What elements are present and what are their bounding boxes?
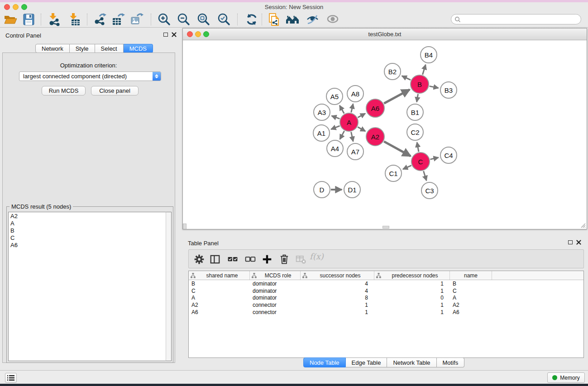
- column-header-shared-name[interactable]: shared name: [189, 271, 250, 280]
- graph-edge-B-B4[interactable]: [422, 65, 425, 75]
- graph-node-A4[interactable]: A4: [326, 140, 344, 157]
- select-all-columns-icon[interactable]: [227, 254, 238, 265]
- graph-node-A[interactable]: A: [339, 113, 359, 132]
- criterion-dropdown[interactable]: largest connected component (directed): [19, 71, 161, 81]
- close-table-panel-icon[interactable]: [576, 240, 581, 245]
- network-close-button[interactable]: [187, 31, 193, 37]
- tab-select[interactable]: Select: [95, 44, 124, 53]
- graph-edge-A2-C[interactable]: [384, 142, 411, 156]
- minimize-window-button[interactable]: [13, 4, 19, 10]
- table-row[interactable]: Cdominator41C: [189, 287, 583, 295]
- graph-edge-A-A4[interactable]: [340, 131, 344, 139]
- graph-edge-A-A6[interactable]: [358, 114, 365, 118]
- network-zoom-button[interactable]: [203, 31, 209, 37]
- unselect-all-columns-icon[interactable]: [245, 254, 256, 265]
- result-scrollbar[interactable]: [166, 212, 172, 361]
- graph-edge-A-A3[interactable]: [332, 116, 340, 119]
- import-network-icon[interactable]: [48, 13, 61, 26]
- show-graphics-icon[interactable]: [326, 13, 339, 26]
- result-item[interactable]: A: [9, 219, 166, 227]
- zoom-window-button[interactable]: [21, 4, 27, 10]
- run-mcds-button[interactable]: Run MCDS: [42, 86, 86, 95]
- network-canvas[interactable]: B4B2BB3B1A5A8A6A3AA1C2A2A4A7C4CC1C3DD1: [183, 40, 587, 229]
- resize-grip-icon[interactable]: [580, 223, 586, 228]
- graph-node-A1[interactable]: A1: [313, 124, 330, 142]
- graph-edge-A-A7[interactable]: [351, 132, 354, 142]
- graph-node-C4[interactable]: C4: [440, 147, 457, 164]
- graph-edge-C-C4[interactable]: [430, 157, 438, 159]
- zoom-selected-icon[interactable]: [217, 13, 230, 26]
- import-table-icon[interactable]: [68, 13, 81, 26]
- save-session-icon[interactable]: [22, 13, 35, 26]
- column-header-predecessor-nodes[interactable]: predecessor nodes: [374, 271, 450, 280]
- tab-style[interactable]: Style: [70, 44, 95, 53]
- zoom-out-icon[interactable]: [177, 13, 190, 26]
- graph-edge-A-A2[interactable]: [358, 127, 365, 131]
- graph-node-A6[interactable]: A6: [366, 99, 385, 118]
- result-item[interactable]: A6: [9, 241, 166, 248]
- graph-node-A8[interactable]: A8: [347, 85, 364, 102]
- graph-node-B[interactable]: B: [410, 75, 429, 94]
- graph-node-B3[interactable]: B3: [440, 81, 457, 99]
- close-window-button[interactable]: [4, 4, 10, 10]
- zoom-in-icon[interactable]: [157, 13, 171, 26]
- graph-node-C[interactable]: C: [411, 152, 430, 171]
- hide-labels-icon[interactable]: [306, 13, 320, 26]
- close-panel-button[interactable]: Close panel: [91, 86, 139, 95]
- zoom-fit-icon[interactable]: [196, 13, 210, 26]
- graph-node-C2[interactable]: C2: [406, 124, 424, 141]
- graph-edge-B-B1[interactable]: [417, 94, 418, 102]
- delete-column-trash-icon[interactable]: [279, 254, 290, 265]
- graph-node-D[interactable]: D: [313, 181, 330, 198]
- graph-edge-B-B3[interactable]: [430, 86, 439, 88]
- tab-edge-table[interactable]: Edge Table: [346, 357, 387, 367]
- home-icon[interactable]: [286, 13, 299, 26]
- tab-motifs[interactable]: Motifs: [437, 357, 465, 367]
- memory-button[interactable]: Memory: [547, 372, 585, 383]
- graph-node-A7[interactable]: A7: [347, 143, 364, 160]
- table-settings-gear-icon[interactable]: [194, 254, 205, 265]
- column-header-successor-nodes[interactable]: successor nodes: [301, 271, 374, 280]
- column-header-name[interactable]: name: [450, 271, 492, 280]
- graph-edge-C-C2[interactable]: [417, 143, 419, 152]
- export-image-icon[interactable]: [130, 13, 143, 26]
- float-panel-icon[interactable]: [163, 33, 168, 37]
- graph-node-B2[interactable]: B2: [384, 63, 401, 80]
- open-session-icon[interactable]: [4, 13, 17, 26]
- result-item[interactable]: A2: [9, 212, 166, 219]
- graph-edge-A-A1[interactable]: [331, 126, 339, 129]
- graph-node-D1[interactable]: D1: [344, 181, 361, 198]
- graph-edge-A6-B[interactable]: [384, 90, 410, 104]
- tab-network[interactable]: Network: [35, 44, 70, 53]
- table-row[interactable]: A2connector11A2: [189, 301, 583, 309]
- close-panel-icon[interactable]: [172, 32, 177, 37]
- graph-edge-B-B2[interactable]: [402, 76, 411, 80]
- table-row[interactable]: Bdominator41B: [189, 280, 583, 287]
- graph-edge-C-C3[interactable]: [424, 171, 427, 181]
- network-minimize-button[interactable]: [195, 31, 201, 37]
- graph-node-C3[interactable]: C3: [421, 182, 438, 199]
- network-vertical-scrollbar[interactable]: [183, 224, 186, 229]
- export-network-icon[interactable]: [93, 13, 107, 26]
- table-row[interactable]: Adominator80A: [189, 295, 583, 302]
- refresh-view-icon[interactable]: [245, 13, 258, 26]
- graph-edge-A-A8[interactable]: [351, 104, 353, 112]
- graph-edge-A-A5[interactable]: [339, 105, 344, 114]
- graph-node-C1[interactable]: C1: [385, 165, 402, 182]
- result-item[interactable]: B: [9, 227, 166, 234]
- table-row[interactable]: A6connector11A6: [189, 309, 583, 316]
- column-header-MCDS-role[interactable]: MCDS role: [250, 271, 301, 280]
- graph-edge-C-C1[interactable]: [403, 166, 411, 169]
- tab-mcds[interactable]: MCDS: [124, 44, 153, 53]
- new-network-from-file-icon[interactable]: [268, 13, 282, 26]
- graph-node-A3[interactable]: A3: [313, 104, 330, 121]
- graph-node-B4[interactable]: B4: [420, 46, 437, 63]
- tab-node-table[interactable]: Node Table: [303, 357, 346, 367]
- task-history-button[interactable]: [5, 373, 17, 383]
- create-column-plus-icon[interactable]: [262, 254, 272, 265]
- graph-node-A2[interactable]: A2: [366, 127, 385, 146]
- show-column-icon[interactable]: [210, 254, 220, 265]
- graph-node-A5[interactable]: A5: [326, 88, 343, 105]
- float-table-panel-icon[interactable]: [568, 240, 573, 244]
- network-horizontal-scrollbar[interactable]: [382, 226, 389, 229]
